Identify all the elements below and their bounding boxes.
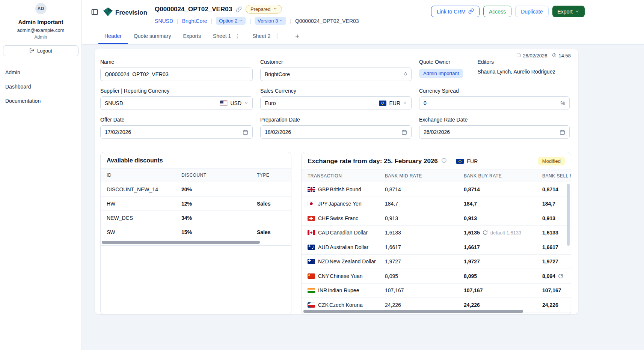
breadcrumb-customer[interactable]: BrightCore bbox=[182, 18, 207, 24]
sidebar-item-admin[interactable]: Admin bbox=[0, 65, 81, 80]
customer-label: Customer bbox=[260, 59, 412, 65]
sales-currency-value: EUR bbox=[389, 100, 400, 106]
exchange-rate-date-field: Exchange Rate Date bbox=[419, 117, 570, 139]
jpy-flag-icon bbox=[308, 201, 315, 206]
usd-flag-icon bbox=[220, 101, 228, 106]
exchange-rate-date-input[interactable] bbox=[424, 129, 560, 135]
user-email: admin@example.com bbox=[17, 27, 65, 33]
offer-date-label: Offer Date bbox=[100, 117, 253, 123]
topbar-actions: Link to CRM Access Duplicate Export bbox=[431, 6, 585, 17]
currency-code-and-name: INRIndian Rupee bbox=[318, 287, 359, 293]
add-sheet-button[interactable] bbox=[292, 31, 303, 42]
editors-value: Shauna Lynch, Aurelio Rodriguez bbox=[477, 69, 555, 75]
offer-date-calendar-icon[interactable] bbox=[243, 129, 248, 135]
exchange-col-mid: BANK MID RATE bbox=[385, 173, 464, 179]
discounts-table-header: ID DISCOUNT TYPE bbox=[101, 168, 291, 182]
sidebar-item-dashboard[interactable]: Dashboard bbox=[0, 80, 81, 94]
scrollbar-thumb[interactable] bbox=[567, 184, 570, 246]
sales-currency-select[interactable]: EUR bbox=[379, 100, 407, 106]
supplier-currency-label: Supplier | Reporting Currency bbox=[100, 88, 253, 94]
discounts-table-end-divider bbox=[101, 245, 291, 246]
bank-sell-rate: 1,6133 bbox=[542, 230, 571, 236]
breadcrumb-separator bbox=[249, 18, 251, 24]
bank-mid-rate: 24,226 bbox=[385, 302, 464, 308]
bank-buy-rate: 184,7 bbox=[464, 201, 542, 207]
tab-sheet-2[interactable]: Sheet 2 bbox=[246, 28, 286, 44]
eur-flag-icon bbox=[379, 101, 386, 106]
tab-header[interactable]: Header bbox=[98, 29, 128, 44]
discount-value: 15% bbox=[181, 229, 257, 235]
exchange-col-sell: BANK SELL RATE bbox=[542, 173, 571, 179]
quote-owner-label: Quote Owner bbox=[419, 59, 463, 65]
editors-block: Editors Shauna Lynch, Aurelio Rodriguez bbox=[477, 59, 555, 75]
chevron-down-icon bbox=[273, 6, 277, 12]
logout-label: Logout bbox=[37, 48, 52, 54]
percent-suffix: % bbox=[561, 100, 565, 106]
info-icon[interactable] bbox=[441, 158, 447, 165]
currency-spread-field: Currency Spread % bbox=[419, 88, 570, 110]
currency-spread-input[interactable] bbox=[424, 100, 561, 106]
breadcrumb-supplier[interactable]: SNUSD bbox=[155, 18, 173, 24]
exchange-rate-date-calendar-icon[interactable] bbox=[560, 129, 565, 135]
currency-code-and-name: JPYJapanese Yen bbox=[318, 201, 362, 207]
default-rate-note: default 1,6133 bbox=[490, 230, 521, 236]
sheet-2-menu-icon[interactable] bbox=[273, 33, 280, 39]
sidebar-nav: Admin Dashboard Documentation bbox=[0, 65, 81, 108]
calendar-icon bbox=[516, 53, 521, 59]
avatar: AD bbox=[35, 3, 47, 14]
scrollbar-thumb[interactable] bbox=[303, 310, 523, 313]
bank-sell-rate: 1,6617 bbox=[542, 244, 571, 250]
export-button[interactable]: Export bbox=[552, 6, 585, 17]
sidebar-toggle-button[interactable] bbox=[90, 7, 100, 17]
access-button[interactable]: Access bbox=[483, 6, 511, 17]
exchange-row: JPYJapanese Yen184,7184,7184,7 bbox=[302, 197, 571, 212]
tab-header-label: Header bbox=[104, 33, 122, 39]
topbar: Freevision Q0000024_OPT02_VER03 Prepared… bbox=[82, 0, 644, 25]
sidebar: AD Admin Important admin@example.com Adm… bbox=[0, 0, 82, 350]
link-to-crm-button[interactable]: Link to CRM bbox=[431, 6, 480, 17]
duplicate-button[interactable]: Duplicate bbox=[515, 6, 548, 17]
supplier-input[interactable] bbox=[105, 100, 220, 106]
refresh-rate-button[interactable] bbox=[558, 273, 563, 279]
quote-owner-badge[interactable]: Admin Important bbox=[419, 69, 463, 78]
name-label: Name bbox=[100, 59, 253, 65]
exchange-col-transaction: TRANSACTION bbox=[308, 173, 385, 179]
discount-row: NEW_DCS34% bbox=[101, 211, 291, 225]
customer-select[interactable]: BrightCore bbox=[260, 68, 412, 81]
name-input[interactable] bbox=[105, 71, 248, 77]
cad-flag-icon bbox=[308, 230, 315, 235]
discounts-table-body: DISCOUNT_NEW_1420%HW12%SalesNEW_DCS34%SW… bbox=[101, 182, 291, 239]
discounts-horizontal-scrollbar[interactable] bbox=[102, 241, 290, 244]
option-selector[interactable]: Option 2 bbox=[216, 17, 246, 25]
exchange-row: INRIndian Rupee107,167107,167107,167 bbox=[302, 284, 571, 298]
sidebar-item-documentation[interactable]: Documentation bbox=[0, 94, 81, 108]
offer-date-input[interactable] bbox=[105, 129, 243, 135]
exchange-col-buy: BANK BUY RATE bbox=[464, 173, 542, 179]
refresh-rate-button[interactable] bbox=[483, 230, 488, 235]
tab-quote-summary[interactable]: Quote summary bbox=[128, 29, 177, 44]
breadcrumb-separator bbox=[290, 18, 291, 24]
cny-flag-icon bbox=[308, 273, 315, 279]
bank-sell-rate: 0,8714 bbox=[542, 186, 571, 192]
currency-code-and-name: NZDNew Zealand Dollar bbox=[318, 258, 376, 264]
tab-sheet-1[interactable]: Sheet 1 bbox=[207, 28, 246, 44]
preparation-date-label: Preparation Date bbox=[260, 117, 412, 123]
tab-exports[interactable]: Exports bbox=[177, 29, 207, 44]
currency-spread-label: Currency Spread bbox=[419, 88, 570, 94]
copy-link-icon[interactable] bbox=[236, 6, 242, 12]
preparation-date-calendar-icon[interactable] bbox=[401, 129, 407, 135]
reporting-currency-select[interactable]: USD bbox=[220, 100, 248, 106]
currency-code-and-name: CZKCzech Koruna bbox=[318, 302, 363, 308]
version-selector[interactable]: Version 3 bbox=[255, 17, 286, 25]
sales-currency-input[interactable] bbox=[265, 100, 379, 106]
exchange-currency-chip: EUR bbox=[456, 158, 478, 164]
scrollbar-thumb[interactable] bbox=[102, 241, 260, 244]
status-badge[interactable]: Prepared bbox=[246, 5, 282, 14]
discounts-title: Available discounts bbox=[101, 152, 291, 168]
logout-button[interactable]: Logout bbox=[3, 45, 78, 56]
exchange-horizontal-scrollbar[interactable] bbox=[303, 310, 565, 313]
exchange-vertical-scrollbar[interactable] bbox=[567, 184, 570, 309]
sheet-1-menu-icon[interactable] bbox=[233, 33, 240, 39]
bank-sell-rate: 184,7 bbox=[542, 201, 571, 207]
preparation-date-input[interactable] bbox=[265, 129, 401, 135]
